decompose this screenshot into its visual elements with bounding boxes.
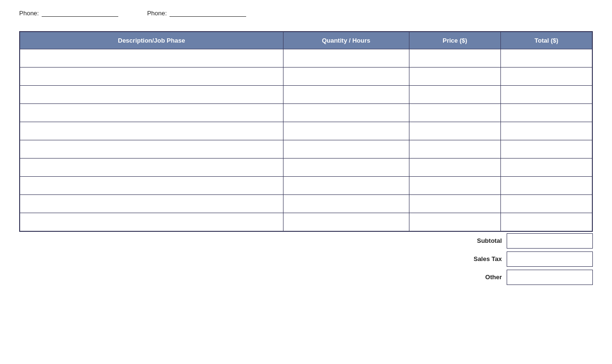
table-cell[interactable] xyxy=(20,122,283,140)
table-cell[interactable] xyxy=(20,159,283,177)
table-header-row: Description/Job Phase Quantity / Hours P… xyxy=(20,32,592,49)
phone-row: Phone: Phone: xyxy=(19,10,593,17)
sales-tax-value xyxy=(507,251,593,267)
table-cell[interactable] xyxy=(409,49,500,68)
sales-tax-row: Sales Tax xyxy=(416,250,593,268)
table-cell[interactable] xyxy=(20,213,283,231)
header-quantity: Quantity / Hours xyxy=(283,32,409,49)
phone-left: Phone: xyxy=(19,10,118,17)
table-row xyxy=(20,140,592,159)
table-cell[interactable] xyxy=(283,49,409,68)
table-cell[interactable] xyxy=(501,213,592,231)
phone-left-label: Phone: xyxy=(19,10,39,17)
table-row xyxy=(20,213,592,231)
header-description: Description/Job Phase xyxy=(20,32,283,49)
table-cell[interactable] xyxy=(501,68,592,86)
table-row xyxy=(20,159,592,177)
table-cell[interactable] xyxy=(409,177,500,195)
table-row xyxy=(20,122,592,140)
phone-right: Phone: xyxy=(147,10,246,17)
phone-right-underline xyxy=(170,10,246,17)
table-row xyxy=(20,86,592,104)
table-row xyxy=(20,68,592,86)
table-cell[interactable] xyxy=(501,177,592,195)
other-value xyxy=(507,270,593,285)
table-cell[interactable] xyxy=(283,159,409,177)
table-cell[interactable] xyxy=(409,140,500,159)
table-cell[interactable] xyxy=(20,49,283,68)
table-cell[interactable] xyxy=(283,86,409,104)
table-row xyxy=(20,49,592,68)
table-cell[interactable] xyxy=(283,140,409,159)
table-cell[interactable] xyxy=(501,195,592,213)
table-cell[interactable] xyxy=(409,104,500,122)
table-cell[interactable] xyxy=(409,213,500,231)
table-cell[interactable] xyxy=(283,104,409,122)
table-cell[interactable] xyxy=(283,195,409,213)
table-cell[interactable] xyxy=(409,68,500,86)
summary-section: Subtotal Sales Tax Other xyxy=(19,232,593,286)
table-cell[interactable] xyxy=(20,177,283,195)
other-label: Other xyxy=(416,271,507,284)
table-cell[interactable] xyxy=(501,159,592,177)
table-cell[interactable] xyxy=(20,140,283,159)
other-row: Other xyxy=(416,268,593,286)
table-cell[interactable] xyxy=(409,159,500,177)
table-row xyxy=(20,177,592,195)
phone-right-label: Phone: xyxy=(147,10,167,17)
table-cell[interactable] xyxy=(20,86,283,104)
table-cell[interactable] xyxy=(283,213,409,231)
header-total: Total ($) xyxy=(501,32,592,49)
phone-left-underline xyxy=(42,10,118,17)
table-cell[interactable] xyxy=(20,68,283,86)
table-row xyxy=(20,195,592,213)
subtotal-value xyxy=(507,233,593,249)
table-cell[interactable] xyxy=(501,140,592,159)
table-cell[interactable] xyxy=(501,49,592,68)
table-cell[interactable] xyxy=(20,195,283,213)
table-cell[interactable] xyxy=(20,104,283,122)
invoice-table: Description/Job Phase Quantity / Hours P… xyxy=(19,31,593,232)
table-cell[interactable] xyxy=(501,86,592,104)
subtotal-label: Subtotal xyxy=(416,234,507,247)
table-cell[interactable] xyxy=(409,195,500,213)
table-row xyxy=(20,104,592,122)
table-cell[interactable] xyxy=(283,122,409,140)
table-cell[interactable] xyxy=(283,177,409,195)
table-cell[interactable] xyxy=(409,86,500,104)
header-price: Price ($) xyxy=(409,32,500,49)
table-cell[interactable] xyxy=(409,122,500,140)
subtotal-row: Subtotal xyxy=(416,232,593,250)
table-cell[interactable] xyxy=(501,104,592,122)
invoice-table-wrapper: Description/Job Phase Quantity / Hours P… xyxy=(19,31,593,286)
table-cell[interactable] xyxy=(501,122,592,140)
sales-tax-label: Sales Tax xyxy=(416,252,507,265)
table-cell[interactable] xyxy=(283,68,409,86)
